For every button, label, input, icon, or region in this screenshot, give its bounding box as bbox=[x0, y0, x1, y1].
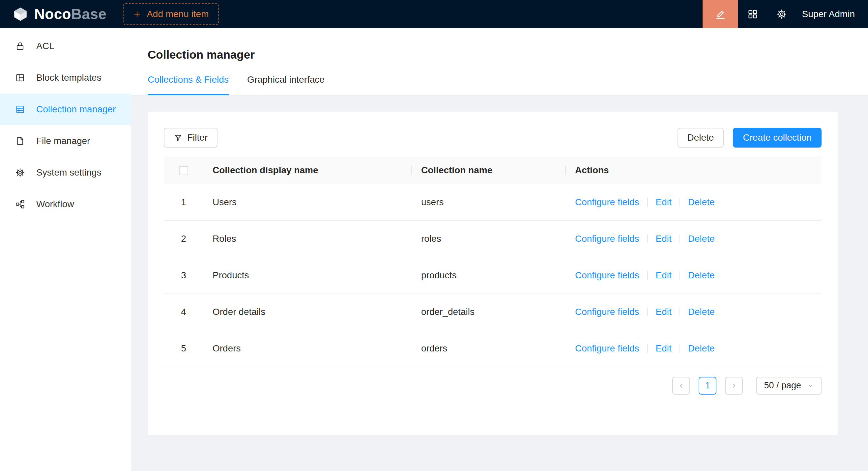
delete-link[interactable]: Delete bbox=[688, 197, 715, 207]
pagination-prev-button[interactable] bbox=[672, 377, 690, 395]
settings-button[interactable] bbox=[767, 0, 796, 28]
action-divider bbox=[647, 271, 648, 280]
brand-base: Base bbox=[71, 6, 106, 22]
cell-actions: Configure fieldsEditDelete bbox=[566, 294, 822, 330]
row-index: 5 bbox=[164, 330, 203, 367]
configure-fields-link[interactable]: Configure fields bbox=[575, 234, 639, 244]
toolbar: Filter Delete Create collection bbox=[164, 128, 822, 147]
action-divider bbox=[680, 198, 680, 206]
gear-icon bbox=[15, 168, 25, 177]
add-menu-item-label: Add menu item bbox=[147, 9, 209, 20]
configure-fields-link[interactable]: Configure fields bbox=[575, 343, 639, 354]
filter-funnel-icon bbox=[174, 133, 183, 142]
sidebar-item-label: Workflow bbox=[36, 199, 74, 209]
table-row: 5 Orders orders Configure fieldsEditDele… bbox=[164, 330, 822, 367]
table-icon bbox=[15, 104, 25, 114]
settings-sidebar: ACL Block templates Collection manager bbox=[0, 28, 131, 471]
configure-fields-link[interactable]: Configure fields bbox=[575, 270, 639, 280]
delete-link[interactable]: Delete bbox=[688, 270, 715, 280]
cell-collection-name: roles bbox=[412, 220, 566, 257]
header-right: Super Admin bbox=[703, 0, 868, 28]
gear-icon bbox=[776, 9, 787, 20]
sidebar-item-file-manager[interactable]: File manager bbox=[0, 125, 131, 157]
edit-link[interactable]: Edit bbox=[656, 234, 672, 244]
sidebar-item-collection-manager[interactable]: Collection manager bbox=[0, 94, 131, 125]
action-divider bbox=[647, 344, 648, 353]
select-all-checkbox[interactable] bbox=[179, 166, 188, 175]
column-header-actions: Actions bbox=[566, 157, 822, 184]
user-menu[interactable]: Super Admin bbox=[802, 9, 855, 20]
main-area: Collection manager Collections & Fields … bbox=[131, 28, 868, 471]
cell-collection-name: order_details bbox=[412, 294, 566, 330]
ui-editor-button[interactable] bbox=[703, 0, 738, 28]
brand-noco: Noco bbox=[34, 6, 71, 22]
sidebar-item-label: Collection manager bbox=[36, 104, 116, 114]
tab-collections-fields[interactable]: Collections & Fields bbox=[148, 74, 229, 95]
brand-text: NocoBase bbox=[34, 6, 106, 23]
delete-button[interactable]: Delete bbox=[678, 128, 724, 147]
page-size-select[interactable]: 50 / page bbox=[756, 377, 822, 395]
page-title: Collection manager bbox=[148, 28, 838, 74]
action-divider bbox=[680, 344, 680, 353]
cell-collection-name: products bbox=[412, 257, 566, 294]
sidebar-item-label: ACL bbox=[36, 41, 54, 52]
tab-graphical-interface[interactable]: Graphical interface bbox=[247, 74, 324, 95]
grid-icon bbox=[747, 9, 758, 20]
sidebar-item-label: File manager bbox=[36, 136, 90, 146]
delete-link[interactable]: Delete bbox=[688, 343, 715, 354]
top-header: NocoBase Add menu item bbox=[0, 0, 868, 28]
filter-button[interactable]: Filter bbox=[164, 128, 217, 147]
pagination-page-1-button[interactable]: 1 bbox=[699, 377, 716, 395]
row-index: 2 bbox=[164, 220, 203, 257]
action-divider bbox=[680, 271, 680, 280]
action-divider bbox=[680, 308, 680, 316]
sidebar-item-label: System settings bbox=[36, 167, 101, 178]
sidebar-item-block-templates[interactable]: Block templates bbox=[0, 62, 131, 94]
content-area: Filter Delete Create collection Collecti… bbox=[131, 96, 868, 471]
brand: NocoBase bbox=[0, 6, 106, 23]
highlighter-icon bbox=[714, 8, 726, 20]
edit-link[interactable]: Edit bbox=[656, 270, 672, 280]
sidebar-item-acl[interactable]: ACL bbox=[0, 30, 131, 62]
cell-display-name: Roles bbox=[203, 220, 412, 257]
action-divider bbox=[647, 235, 648, 243]
pagination-next-button[interactable] bbox=[725, 377, 743, 395]
sidebar-item-workflow[interactable]: Workflow bbox=[0, 189, 131, 220]
delete-link[interactable]: Delete bbox=[688, 234, 715, 244]
row-index: 1 bbox=[164, 184, 203, 220]
plugin-manager-button[interactable] bbox=[738, 0, 767, 28]
cell-collection-name: orders bbox=[412, 330, 566, 367]
table-row: 3 Products products Configure fieldsEdit… bbox=[164, 257, 822, 294]
collections-table: Collection display name Collection name … bbox=[164, 157, 822, 367]
table-row: 4 Order details order_details Configure … bbox=[164, 294, 822, 330]
workflow-icon bbox=[15, 199, 25, 209]
lock-icon bbox=[15, 41, 25, 51]
edit-link[interactable]: Edit bbox=[656, 343, 672, 354]
collections-card: Filter Delete Create collection Collecti… bbox=[148, 112, 838, 435]
edit-link[interactable]: Edit bbox=[656, 197, 672, 207]
page-head: Collection manager Collections & Fields … bbox=[131, 28, 868, 96]
pagination: 1 50 / page bbox=[164, 377, 822, 395]
delete-link[interactable]: Delete bbox=[688, 307, 715, 317]
sidebar-item-label: Block templates bbox=[36, 72, 101, 83]
file-icon bbox=[15, 136, 25, 146]
configure-fields-link[interactable]: Configure fields bbox=[575, 197, 639, 207]
select-all-cell bbox=[164, 157, 203, 184]
tab-bar: Collections & Fields Graphical interface bbox=[148, 74, 838, 95]
configure-fields-link[interactable]: Configure fields bbox=[575, 307, 639, 317]
table-row: 1 Users users Configure fieldsEditDelete bbox=[164, 184, 822, 220]
table-row: 2 Roles roles Configure fieldsEditDelete bbox=[164, 220, 822, 257]
page-size-value: 50 / page bbox=[764, 380, 801, 391]
cell-actions: Configure fieldsEditDelete bbox=[566, 220, 822, 257]
edit-link[interactable]: Edit bbox=[656, 307, 672, 317]
row-index: 3 bbox=[164, 257, 203, 294]
cell-actions: Configure fieldsEditDelete bbox=[566, 184, 822, 220]
add-menu-item-button[interactable]: Add menu item bbox=[123, 3, 218, 25]
cell-collection-name: users bbox=[412, 184, 566, 220]
cell-actions: Configure fieldsEditDelete bbox=[566, 330, 822, 367]
sidebar-item-system-settings[interactable]: System settings bbox=[0, 157, 131, 189]
filter-label: Filter bbox=[187, 132, 208, 143]
plus-icon bbox=[133, 10, 142, 19]
cell-display-name: Orders bbox=[203, 330, 412, 367]
create-collection-button[interactable]: Create collection bbox=[733, 128, 822, 147]
